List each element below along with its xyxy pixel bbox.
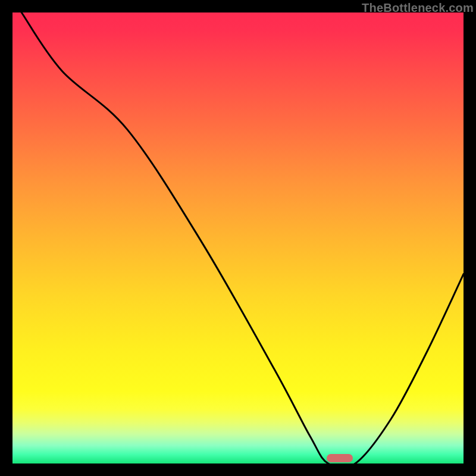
chart-curve-svg — [12, 12, 464, 464]
optimal-range-marker — [327, 454, 353, 462]
bottleneck-curve-path — [21, 12, 464, 468]
watermark-text: TheBottleneck.com — [362, 1, 474, 15]
